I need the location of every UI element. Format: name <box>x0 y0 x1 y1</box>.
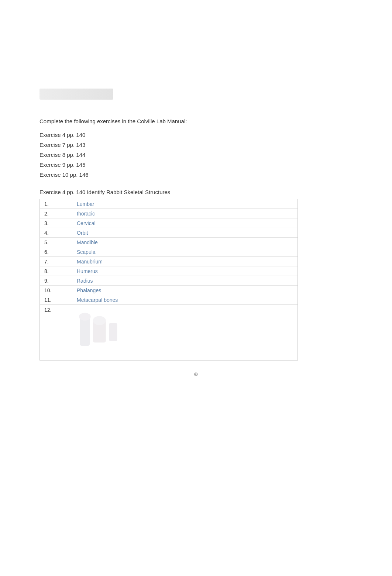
row-number-2: 2. <box>40 211 62 217</box>
table-row: 1. Lumbar <box>40 199 298 209</box>
exercise-item-2: Exercise 7 pp. 143 <box>39 142 353 148</box>
row-number-9: 9. <box>40 278 62 284</box>
table-row: 10. Phalanges <box>40 286 298 295</box>
table-row: 12. <box>40 305 298 360</box>
svg-rect-2 <box>109 323 117 341</box>
row-number-3: 3. <box>40 220 62 226</box>
table-row: 3. Cervical <box>40 218 298 228</box>
row-value-9: Radius <box>62 278 93 284</box>
row-value-8: Humerus <box>62 268 98 274</box>
row-value-1: Lumbar <box>62 201 94 207</box>
row-number-11: 11. <box>40 297 62 303</box>
exercise-item-3: Exercise 8 pp. 144 <box>39 152 353 158</box>
row-value-2: thoracic <box>62 211 95 217</box>
row-number-6: 6. <box>40 249 62 255</box>
row-value-3: Cervical <box>62 220 96 226</box>
row-value-7: Manubrium <box>62 259 103 265</box>
row-number-7: 7. <box>40 259 62 265</box>
table-row: 9. Radius <box>40 276 298 286</box>
exercise-item-5: Exercise 10 pp. 146 <box>39 172 353 178</box>
row-number-10: 10. <box>40 287 62 293</box>
row-number-12: 12. <box>40 307 62 313</box>
exercise-item-1: Exercise 4 pp. 140 <box>39 132 353 138</box>
row-value-6: Scapula <box>62 249 96 255</box>
row-number-8: 8. <box>40 268 62 274</box>
table-row: 4. Orbit <box>40 228 298 238</box>
skeleton-diagram <box>77 311 128 355</box>
row-value-5: Mandible <box>62 239 98 245</box>
table-row: 7. Manubrium <box>40 257 298 266</box>
svg-rect-0 <box>80 317 90 346</box>
page-footer: ❸ <box>39 372 353 377</box>
row-number-4: 4. <box>40 230 62 236</box>
exercise-item-4: Exercise 9 pp. 145 <box>39 162 353 168</box>
section-header: Exercise 4 pp. 140 Identify Rabbit Skele… <box>39 189 353 195</box>
table-row: 2. thoracic <box>40 209 298 218</box>
svg-point-4 <box>93 316 106 325</box>
table-row: 8. Humerus <box>40 266 298 276</box>
table-row: 6. Scapula <box>40 247 298 257</box>
row-value-11: Metacarpal bones <box>62 297 118 303</box>
table-row: 11. Metacarpal bones <box>40 295 298 305</box>
row-number-5: 5. <box>40 239 62 245</box>
diagram-image-area <box>69 307 136 359</box>
table-row: 5. Mandible <box>40 238 298 247</box>
footer-symbol: ❸ <box>194 372 198 377</box>
row-value-4: Orbit <box>62 230 88 236</box>
row-number-1: 1. <box>40 201 62 207</box>
svg-point-3 <box>79 313 91 321</box>
blurred-top-content <box>39 89 113 100</box>
exercise-list: Exercise 4 pp. 140 Exercise 7 pp. 143 Ex… <box>39 132 353 178</box>
structures-table: 1. Lumbar 2. thoracic 3. Cervical 4. Orb… <box>39 199 298 361</box>
row-value-10: Phalanges <box>62 287 101 293</box>
intro-text: Complete the following exercises in the … <box>39 118 353 124</box>
